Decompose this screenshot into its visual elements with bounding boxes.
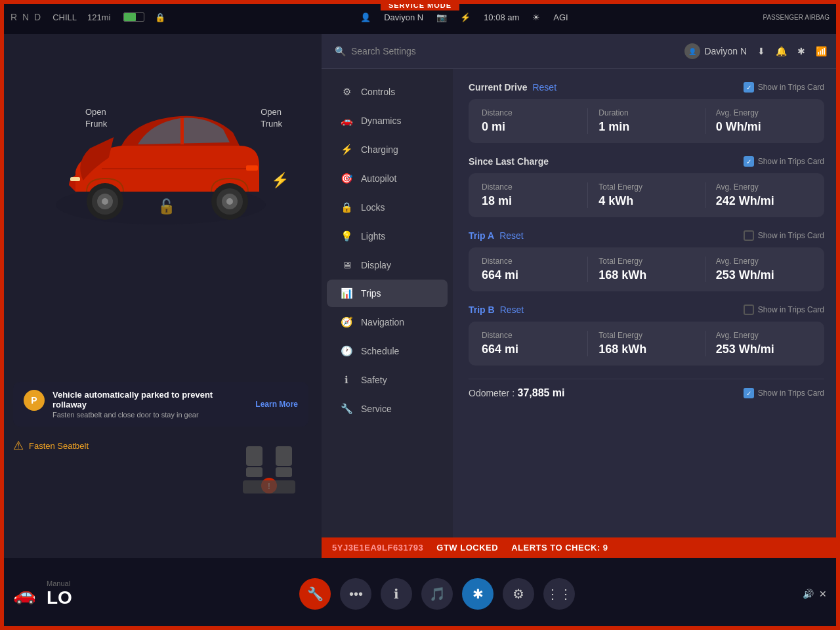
- controls-icon: ⚙: [340, 86, 353, 98]
- trip-a-section: Trip A Reset Show in Trips Card Distance…: [469, 230, 824, 291]
- battery-fill: [124, 13, 136, 21]
- volume-control[interactable]: 🔊 ✕: [803, 589, 827, 599]
- drive-mode-display: Manual LO: [47, 579, 72, 608]
- trip-b-show-trips-label: Show in Trips Card: [758, 305, 824, 314]
- info-button[interactable]: ℹ: [381, 578, 412, 610]
- since-last-charge-distance: Distance 18 mi: [482, 182, 582, 208]
- trip-a-title: Trip A Reset: [469, 230, 524, 241]
- user-badge[interactable]: 👤 Daviyon N: [684, 43, 747, 59]
- current-drive-distance-label: Distance: [482, 108, 577, 117]
- trip-b-avg-energy: Avg. Energy 253 Wh/mi: [705, 331, 811, 356]
- trip-b-checkbox[interactable]: [744, 304, 754, 315]
- slc-total-energy-value: 4 kWh: [598, 194, 694, 208]
- bluetooth-button[interactable]: ✱: [462, 578, 494, 610]
- svg-rect-16: [276, 467, 292, 477]
- trip-b-avg-energy-value: 253 Wh/mi: [716, 343, 811, 356]
- warning-triangle-icon: ⚠: [13, 438, 24, 453]
- user-icon-top: 👤: [360, 12, 371, 22]
- sidebar-item-display[interactable]: 🖥 Display: [327, 251, 448, 278]
- trip-b-distance-label: Distance: [482, 331, 577, 340]
- music-icon: 🎵: [429, 586, 446, 602]
- trip-a-show-trips-label: Show in Trips Card: [758, 231, 824, 240]
- current-drive-energy-value: 0 Wh/mi: [716, 120, 811, 134]
- trips-label: Trips: [361, 288, 381, 299]
- trip-a-label: Trip A: [469, 230, 494, 241]
- signal-icon: 📶: [816, 46, 827, 56]
- since-last-charge-show-trips[interactable]: ✓ Show in Trips Card: [744, 156, 824, 167]
- top-time: 10:08 am: [484, 12, 519, 22]
- current-drive-reset-button[interactable]: Reset: [532, 82, 556, 93]
- lightning-status: ⚡: [460, 12, 471, 22]
- trip-a-avg-energy-label: Avg. Energy: [716, 257, 811, 266]
- trip-a-total-energy-value: 168 kWh: [598, 268, 694, 282]
- grid-button[interactable]: ⋮⋮: [543, 578, 575, 610]
- sidebar-nav: ⚙ Controls 🚗 Dynamics ⚡ Charging 🎯 Autop…: [322, 69, 453, 558]
- current-drive-distance: Distance 0 mi: [482, 108, 582, 134]
- trip-a-checkbox[interactable]: [744, 230, 754, 241]
- learn-more-button[interactable]: Learn More: [255, 400, 298, 409]
- trip-b-section: Trip B Reset Show in Trips Card Distance…: [469, 304, 824, 366]
- controls-label: Controls: [361, 87, 395, 97]
- since-last-charge-checkbox[interactable]: ✓: [744, 156, 754, 167]
- service-icon: 🔧: [340, 403, 353, 415]
- trip-a-distance: Distance 664 mi: [482, 257, 582, 282]
- gtw-status: GTW LOCKED: [436, 543, 498, 553]
- wrench-button[interactable]: 🔧: [299, 578, 331, 610]
- odometer-show-trips[interactable]: ✓ Show in Trips Card: [744, 388, 824, 398]
- svg-rect-2: [246, 165, 258, 171]
- seatbelt-label: Fasten Seatbelt: [29, 441, 89, 451]
- fan-button[interactable]: ⚙: [503, 578, 534, 610]
- trip-b-total-energy-label: Total Energy: [598, 331, 694, 340]
- current-drive-checkbox[interactable]: ✓: [744, 82, 754, 93]
- trip-a-avg-energy: Avg. Energy 253 Wh/mi: [705, 257, 811, 282]
- car-display: Open Frunk Open Trunk ⚡ 🔓: [0, 34, 322, 558]
- since-last-charge-total-energy: Total Energy 4 kWh: [587, 182, 699, 208]
- odometer-show-trips-label: Show in Trips Card: [758, 388, 824, 398]
- bell-icon[interactable]: 🔔: [776, 46, 787, 56]
- trips-icon: 📊: [340, 287, 353, 299]
- volume-icon: 🔊: [803, 589, 814, 599]
- trip-a-show-trips[interactable]: Show in Trips Card: [744, 230, 824, 241]
- notification-title: Vehicle automatically parked to prevent …: [52, 390, 247, 410]
- right-panel: 🔍 Search Settings 👤 Daviyon N ⬇ 🔔 ✱ 📶 ⚙ …: [322, 34, 840, 558]
- svg-point-12: [226, 198, 233, 205]
- locks-icon: 🔒: [340, 201, 353, 213]
- sidebar-item-lights[interactable]: 💡 Lights: [327, 222, 448, 250]
- since-last-charge-header: Since Last Charge ✓ Show in Trips Card: [469, 156, 824, 167]
- trip-b-show-trips[interactable]: Show in Trips Card: [744, 304, 824, 315]
- fan-icon: ⚙: [513, 586, 524, 602]
- safety-label: Safety: [361, 375, 387, 385]
- search-wrapper[interactable]: 🔍 Search Settings: [335, 46, 416, 56]
- sidebar-item-navigation[interactable]: 🧭 Navigation: [327, 308, 448, 336]
- bottom-icons-row: 🔧 ••• ℹ 🎵 ✱ ⚙ ⋮⋮: [83, 578, 792, 610]
- sidebar-item-controls[interactable]: ⚙ Controls: [327, 78, 448, 106]
- sidebar-item-locks[interactable]: 🔒 Locks: [327, 194, 448, 221]
- search-icon: 🔍: [335, 46, 346, 56]
- trip-b-distance-value: 664 mi: [482, 343, 577, 356]
- sidebar-item-autopilot[interactable]: 🎯 Autopilot: [327, 165, 448, 192]
- more-button[interactable]: •••: [340, 578, 371, 610]
- sidebar-item-charging[interactable]: ⚡ Charging: [327, 136, 448, 163]
- volume-x-icon: ✕: [819, 589, 827, 599]
- since-last-charge-avg-energy: Avg. Energy 242 Wh/mi: [705, 182, 811, 208]
- sidebar-item-schedule[interactable]: 🕐 Schedule: [327, 337, 448, 365]
- bluetooth-icon[interactable]: ✱: [797, 46, 805, 56]
- download-icon[interactable]: ⬇: [757, 46, 765, 56]
- trip-a-reset-button[interactable]: Reset: [499, 230, 524, 241]
- dynamics-icon: 🚗: [340, 115, 353, 127]
- sidebar-item-dynamics[interactable]: 🚗 Dynamics: [327, 107, 448, 135]
- sidebar-item-trips[interactable]: 📊 Trips: [327, 280, 448, 307]
- music-button[interactable]: 🎵: [421, 578, 453, 610]
- current-drive-show-trips[interactable]: ✓ Show in Trips Card: [744, 82, 824, 93]
- svg-rect-3: [180, 118, 184, 144]
- sidebar-item-safety[interactable]: ℹ Safety: [327, 366, 448, 394]
- odometer-checkbox[interactable]: ✓: [744, 388, 754, 398]
- info-icon: ℹ: [394, 586, 399, 602]
- trip-b-reset-button[interactable]: Reset: [500, 304, 524, 315]
- svg-rect-13: [246, 446, 262, 466]
- trip-b-card: Distance 664 mi Total Energy 168 kWh Avg…: [469, 322, 824, 366]
- slc-avg-energy-value: 242 Wh/mi: [716, 194, 811, 208]
- passenger-airbag-label: PASSENGER AIRBAG: [763, 14, 830, 21]
- speed-display: 121mi: [87, 12, 110, 22]
- sidebar-item-service[interactable]: 🔧 Service: [327, 395, 448, 423]
